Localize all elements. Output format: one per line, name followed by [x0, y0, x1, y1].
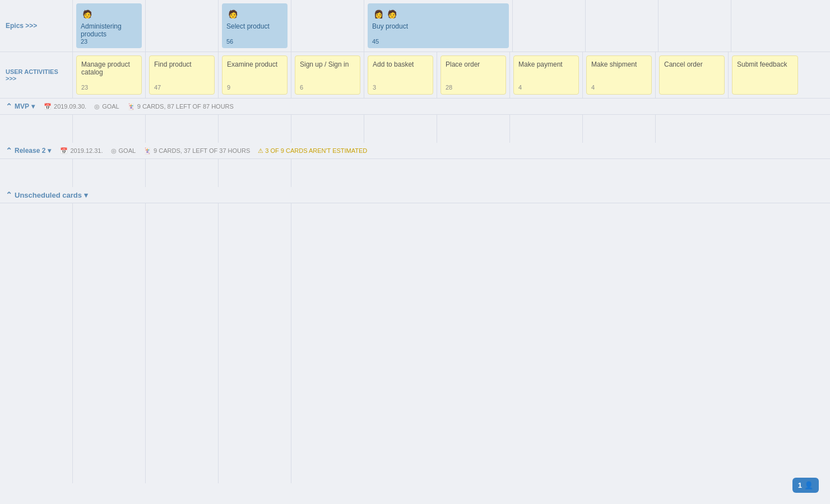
activity-card-signup[interactable]: Sign up / Sign in 6: [295, 55, 360, 95]
activity-card-feedback[interactable]: Submit feedback: [732, 55, 798, 95]
release2-cards-item: 🃏 9 CARDS, 37 LEFT OF 37 HOURS: [143, 147, 250, 155]
release2-goal-icon: ◎: [111, 147, 117, 155]
activity-count-examine: 9: [227, 84, 230, 91]
mvp-grid-col-2: [146, 115, 219, 143]
activity-title-signup: Sign up / Sign in: [300, 60, 355, 68]
release2-content: [0, 159, 830, 187]
release2-date: 2019.12.31.: [70, 147, 103, 154]
avatar-admin: 🧑: [81, 8, 93, 20]
mvp-release-row[interactable]: ⌃ MVP ▾ 📅 2019.09.30. ◎ GOAL 🃏 9 CARDS, …: [0, 99, 830, 115]
activity-title-order: Place order: [446, 60, 501, 68]
mvp-toggle[interactable]: ⌃ MVP ▾: [6, 102, 35, 111]
epic-title-administering: Administering products: [81, 22, 137, 38]
r2-grid-col-1: [73, 159, 146, 187]
activity-count-signup: 6: [300, 84, 303, 91]
release2-arrow-icon: ⌃: [6, 146, 12, 155]
epic-card-administering[interactable]: 🧑 Administering products 23: [76, 3, 142, 48]
avatar-select: 🧑: [226, 8, 239, 20]
mvp-grid-col-1: [73, 115, 146, 143]
badge-count: 1: [798, 481, 802, 489]
avatar-buy-1: 👩: [372, 8, 384, 20]
release2-row[interactable]: ⌃ Release 2 ▾ 📅 2019.12.31. ◎ GOAL 🃏 9 C…: [0, 143, 830, 159]
unscheduled-label: Unscheduled cards: [15, 191, 82, 199]
activity-card-examine[interactable]: Examine product 9: [222, 55, 288, 95]
r2-grid-col-0: [0, 159, 73, 187]
activity-card-shipment[interactable]: Make shipment 4: [586, 55, 652, 95]
release2-toggle[interactable]: ⌃ Release 2 ▾: [6, 146, 51, 155]
activity-title-payment: Make payment: [518, 60, 574, 68]
activity-col-find: Find product 47: [146, 52, 219, 98]
unscheduled-chevron-icon: ▾: [84, 191, 88, 199]
activity-col-payment: Make payment 4: [510, 52, 583, 98]
epic-card-buy[interactable]: 👩 🧑 Buy product 45: [368, 3, 509, 48]
unscheduled-row[interactable]: ⌃ Unscheduled cards ▾: [0, 187, 830, 203]
activity-col-manage: Manage product catalog 23: [73, 52, 146, 98]
r2-grid-col-2: [146, 159, 219, 187]
mvp-goal-item: ◎ GOAL: [94, 103, 119, 110]
release2-goal-item: ◎ GOAL: [111, 147, 136, 155]
activity-count-shipment: 4: [591, 84, 595, 91]
activity-card-payment[interactable]: Make payment 4: [513, 55, 579, 95]
epics-row: Epics >>> 🧑 Administering products 23: [0, 0, 830, 52]
activity-title-find: Find product: [154, 60, 210, 68]
epics-label: Epics >>>: [0, 0, 73, 52]
activity-title-basket: Add to basket: [373, 60, 428, 68]
epic-title-buy: Buy product: [372, 22, 504, 30]
epic-title-select: Select product: [226, 22, 283, 30]
mvp-content: [0, 115, 830, 143]
main-container: Epics >>> 🧑 Administering products 23: [0, 0, 830, 504]
mvp-cards: 9 CARDS, 87 LEFT OF 87 HOURS: [137, 103, 234, 110]
bottom-badge[interactable]: 1 👤: [792, 478, 819, 493]
mvp-goal-icon: ◎: [94, 103, 100, 110]
activity-col-shipment: Make shipment 4: [583, 52, 656, 98]
release2-warning-text: 3 OF 9 CARDS AREN'T ESTIMATED: [265, 147, 367, 154]
activity-count-manage: 23: [81, 84, 88, 91]
epic-count-buy: 45: [372, 38, 379, 45]
epic-card-select[interactable]: 🧑 Select product 56: [222, 3, 288, 48]
epic-count-select: 56: [226, 38, 233, 45]
mvp-meta: 📅 2019.09.30. ◎ GOAL 🃏 9 CARDS, 87 LEFT …: [44, 103, 234, 110]
release2-cards-icon: 🃏: [143, 147, 151, 155]
empty-col-4: [291, 203, 830, 483]
activity-count-basket: 3: [373, 84, 376, 91]
epic-col-buy: 👩 🧑 Buy product 45: [364, 0, 513, 52]
mvp-date: 2019.09.30.: [54, 103, 86, 110]
activity-title-shipment: Make shipment: [591, 60, 647, 68]
mvp-grid-col-7: [510, 115, 583, 143]
activity-col-signup: Sign up / Sign in 6: [291, 52, 364, 98]
epic-col-find: [146, 0, 219, 52]
mvp-goal: GOAL: [102, 103, 119, 110]
release2-label: Release 2: [15, 147, 45, 155]
mvp-cards-icon: 🃏: [127, 103, 135, 110]
release2-warning-badge: ⚠ 3 OF 9 CARDS AREN'T ESTIMATED: [258, 147, 367, 155]
activity-card-manage[interactable]: Manage product catalog 23: [76, 55, 142, 95]
empty-col-3: [219, 203, 291, 483]
activity-card-cancel[interactable]: Cancel order: [659, 55, 725, 95]
activity-col-examine: Examine product 9: [219, 52, 291, 98]
mvp-grid-col-8: [583, 115, 656, 143]
activity-col-feedback: Submit feedback: [729, 52, 801, 98]
r2-grid-col-4: [291, 159, 830, 187]
epics-columns: 🧑 Administering products 23 🧑 Select pro…: [73, 0, 830, 52]
release2-goal: GOAL: [119, 147, 136, 154]
epic-col-examine: [291, 0, 364, 52]
activities-row: USER ACTIVITIES >>> Manage product catal…: [0, 52, 830, 99]
activity-card-basket[interactable]: Add to basket 3: [368, 55, 433, 95]
r2-grid-col-3: [219, 159, 291, 187]
mvp-chevron-icon: ▾: [31, 102, 35, 110]
activity-card-order[interactable]: Place order 28: [440, 55, 506, 95]
activity-title-feedback: Submit feedback: [737, 60, 793, 68]
activity-title-examine: Examine product: [227, 60, 282, 68]
epic-col-administering: 🧑 Administering products 23: [73, 0, 146, 52]
mvp-calendar-icon: 📅: [44, 103, 52, 110]
mvp-label: MVP: [15, 102, 29, 110]
activity-count-payment: 4: [518, 84, 522, 91]
unscheduled-toggle[interactable]: ⌃ Unscheduled cards ▾: [6, 190, 88, 199]
badge-person-icon: 👤: [804, 481, 813, 489]
activity-card-find[interactable]: Find product 47: [149, 55, 215, 95]
epic-col-payment: [513, 0, 586, 52]
activities-label: USER ACTIVITIES >>>: [0, 52, 73, 98]
empty-col-1: [73, 203, 146, 483]
mvp-grid-col-6: [437, 115, 510, 143]
mvp-arrow-icon: ⌃: [6, 102, 12, 111]
